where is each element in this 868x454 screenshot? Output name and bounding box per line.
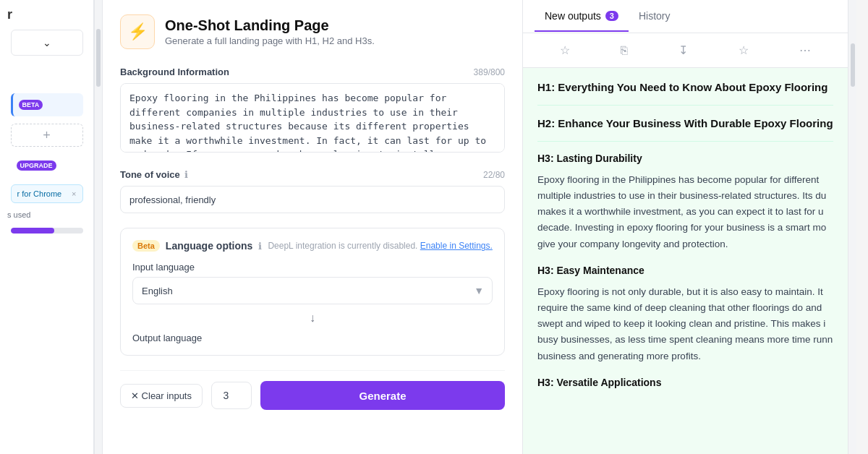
sidebar: r ⌄ BETA + UPGRADE r for Chrome × s used [0, 0, 94, 454]
bg-char-count: 389/800 [474, 67, 505, 77]
output-h1: H1: Everything You Need to Know About Ep… [537, 80, 833, 95]
output-divider-2 [537, 141, 833, 142]
history-tab[interactable]: History [629, 1, 681, 32]
output-h3-3: H3: Versatile Applications [537, 376, 833, 390]
output-actions: ☆ ⎘ ↧ ☆ ⋯ [523, 33, 848, 68]
tone-input[interactable] [120, 186, 505, 213]
sidebar-item-upgrade[interactable]: UPGRADE [11, 154, 83, 177]
right-panel-header: New outputs 3 History [523, 0, 848, 33]
upgrade-badge: UPGRADE [17, 160, 56, 171]
lang-options-title: Language options [166, 240, 253, 252]
output-lang-label: Output language [132, 333, 202, 343]
sidebar-item-2[interactable]: BETA [11, 93, 83, 116]
output-p2: Epoxy flooring is not only durable, but … [537, 284, 833, 364]
tool-icon: ⚡ [120, 14, 155, 49]
copy-action-button[interactable]: ⎘ [615, 40, 634, 60]
count-input[interactable] [211, 382, 252, 409]
input-lang-row: Input language English Spanish French Ge… [132, 262, 493, 304]
sidebar-title: r [0, 7, 12, 22]
tone-section: Tone of voice ℹ 22/80 [120, 169, 505, 213]
deepl-notice: DeepL integration is currently disabled.… [268, 241, 492, 251]
generate-button[interactable]: Generate [260, 381, 505, 410]
bg-section-header: Background Information 389/800 [120, 67, 505, 77]
tool-header: ⚡ One-Shot Landing Page Generate a full … [120, 14, 505, 49]
input-lang-select[interactable]: English Spanish French German Japanese [132, 277, 493, 304]
output-h3-2: H3: Easy Maintenance [537, 264, 833, 278]
tool-subtitle: Generate a full landing page with H1, H2… [165, 35, 375, 46]
download-action-button[interactable]: ↧ [673, 40, 694, 60]
right-panel: New outputs 3 History ☆ ⎘ ↧ ☆ ⋯ H1: Ever… [522, 0, 848, 454]
output-p1: Epoxy flooring in the Philippines has be… [537, 172, 833, 252]
chrome-extension-item[interactable]: r for Chrome × [11, 184, 83, 203]
sidebar-item-1[interactable] [11, 63, 83, 86]
tone-info-icon: ℹ [184, 169, 188, 180]
add-new-button[interactable]: + [11, 124, 83, 147]
lang-info-icon: ℹ [258, 241, 262, 252]
chrome-ext-label: r for Chrome [17, 189, 62, 198]
output-h3-1: H3: Lasting Durability [537, 152, 833, 166]
sidebar-dropdown[interactable]: ⌄ [11, 30, 83, 56]
arrow-down-icon: ↓ [132, 312, 493, 325]
language-box: Beta Language options ℹ DeepL integratio… [120, 228, 505, 356]
credits-used-label: s used [0, 210, 30, 219]
more-action-button[interactable]: ⋯ [793, 40, 817, 60]
history-tab-label: History [639, 10, 671, 22]
right-scrollbar[interactable] [848, 0, 856, 454]
input-lang-select-wrapper: English Spanish French German Japanese ▼ [132, 277, 493, 304]
tone-section-header: Tone of voice ℹ 22/80 [120, 169, 505, 180]
tone-char-count: 22/80 [483, 170, 505, 180]
tone-label: Tone of voice [120, 169, 180, 180]
outputs-count-badge: 3 [605, 11, 618, 21]
output-divider-1 [537, 105, 833, 106]
lang-beta-pill: Beta [132, 240, 160, 252]
new-outputs-tab-label: New outputs [545, 10, 601, 22]
new-outputs-tab[interactable]: New outputs 3 [535, 1, 629, 32]
tool-info: One-Shot Landing Page Generate a full la… [165, 17, 375, 46]
scrollbar-thumb [96, 29, 101, 87]
main-content: ⚡ One-Shot Landing Page Generate a full … [103, 0, 522, 454]
beta-badge: BETA [19, 100, 43, 110]
clear-inputs-button[interactable]: ✕ Clear inputs [120, 384, 203, 408]
main-scrollbar[interactable] [94, 0, 103, 454]
lang-header: Beta Language options ℹ DeepL integratio… [132, 240, 493, 252]
bookmark-action-button[interactable]: ☆ [733, 40, 754, 60]
footer-bar: ✕ Clear inputs Generate [120, 370, 505, 410]
tool-title: One-Shot Landing Page [165, 17, 375, 34]
background-textarea[interactable] [120, 83, 505, 153]
chevron-down-icon: ⌄ [43, 37, 51, 48]
output-content: H1: Everything You Need to Know About Ep… [523, 68, 848, 454]
deepl-notice-text: DeepL integration is currently disabled. [268, 241, 417, 251]
chrome-ext-close-icon[interactable]: × [72, 189, 76, 198]
bg-label: Background Information [120, 67, 229, 77]
star-action-button[interactable]: ☆ [554, 40, 576, 60]
lightning-icon: ⚡ [128, 22, 148, 41]
plus-icon: + [43, 128, 51, 143]
input-lang-label: Input language [132, 262, 493, 273]
deepl-enable-link[interactable]: Enable in Settings. [420, 241, 493, 251]
right-scrollbar-thumb [851, 43, 855, 87]
output-h2: H2: Enhance Your Business With Durable E… [537, 116, 833, 131]
